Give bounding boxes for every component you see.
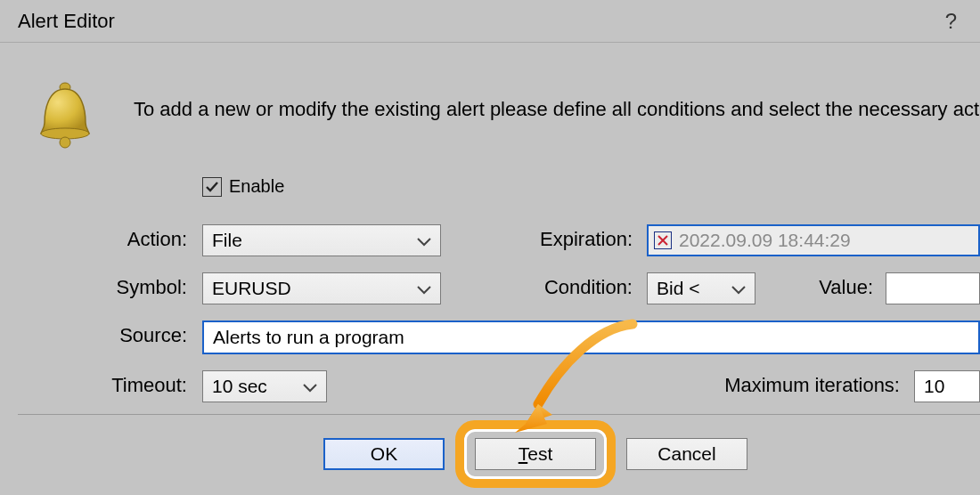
test-label: Test bbox=[519, 443, 553, 465]
svg-point-2 bbox=[60, 137, 70, 148]
cancel-label: Cancel bbox=[657, 443, 715, 465]
enable-label: Enable bbox=[229, 176, 284, 197]
chevron-down-icon bbox=[417, 230, 431, 251]
condition-label: Condition: bbox=[517, 276, 633, 299]
max-iterations-label: Maximum iterations: bbox=[695, 374, 900, 397]
chevron-down-icon bbox=[303, 376, 317, 397]
test-button[interactable]: Test bbox=[475, 438, 596, 470]
chevron-down-icon bbox=[731, 278, 746, 299]
action-combobox[interactable]: File bbox=[202, 224, 441, 256]
enable-checkbox[interactable]: Enable bbox=[202, 176, 284, 197]
symbol-combobox[interactable]: EURUSD bbox=[202, 272, 441, 304]
expiration-value: 2022.09.09 18:44:29 bbox=[679, 230, 851, 251]
action-value: File bbox=[212, 230, 242, 251]
condition-value: Bid < bbox=[657, 278, 699, 299]
max-iterations-input[interactable]: 10 bbox=[914, 370, 980, 402]
source-label: Source: bbox=[107, 324, 187, 347]
svg-marker-3 bbox=[515, 404, 547, 433]
ok-label: OK bbox=[371, 443, 397, 465]
timeout-value: 10 sec bbox=[212, 376, 267, 397]
help-button[interactable]: ? bbox=[940, 9, 962, 34]
cancel-button[interactable]: Cancel bbox=[626, 438, 747, 470]
ok-button[interactable]: OK bbox=[323, 438, 445, 470]
check-icon bbox=[202, 177, 222, 197]
clear-icon[interactable] bbox=[654, 231, 672, 249]
timeout-label: Timeout: bbox=[89, 374, 187, 397]
bell-icon bbox=[34, 80, 96, 156]
source-input[interactable]: Alerts to run a program bbox=[202, 321, 980, 354]
expiration-label: Expiration: bbox=[517, 228, 633, 251]
separator bbox=[18, 414, 980, 415]
titlebar: Alert Editor ? bbox=[0, 0, 980, 43]
value-label: Value: bbox=[802, 276, 873, 299]
max-iterations-value: 10 bbox=[924, 376, 944, 397]
action-label: Action: bbox=[107, 228, 187, 251]
expiration-field[interactable]: 2022.09.09 18:44:29 bbox=[647, 224, 980, 256]
condition-combobox[interactable]: Bid < bbox=[647, 272, 755, 304]
symbol-label: Symbol: bbox=[107, 276, 187, 299]
intro-text: To add a new or modify the existing aler… bbox=[134, 98, 980, 121]
symbol-value: EURUSD bbox=[212, 278, 291, 299]
value-input[interactable] bbox=[886, 272, 980, 304]
source-value: Alerts to run a program bbox=[213, 327, 404, 348]
dialog-body: To add a new or modify the existing aler… bbox=[0, 43, 980, 495]
timeout-combobox[interactable]: 10 sec bbox=[202, 370, 327, 402]
chevron-down-icon bbox=[417, 278, 431, 299]
window-title: Alert Editor bbox=[18, 10, 115, 33]
